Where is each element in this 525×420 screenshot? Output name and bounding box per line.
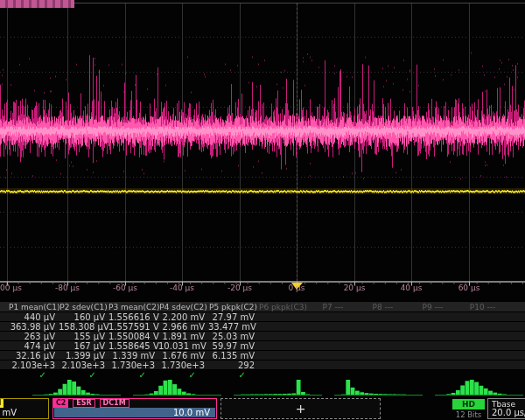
measure-row: 32.16 µV1.399 µV1.339 mV1.676 mV6.135 mV xyxy=(0,350,525,360)
measure-value: 1.558645 V xyxy=(108,341,158,350)
measure-row: 2.103e+32.103e+31.730e+31.730e+3292 xyxy=(0,360,525,369)
measure-value: 363.98 µV xyxy=(9,322,59,331)
status-check-icon: ✓ xyxy=(59,370,108,379)
status-check-icon: ✓ xyxy=(9,370,59,379)
axis-tick-label: -60 µs xyxy=(113,284,137,292)
measure-value: 1.339 mV xyxy=(108,351,158,360)
measure-value xyxy=(258,312,308,321)
c2-channel-badge: C2 xyxy=(53,399,68,408)
measure-value: 2.103e+3 xyxy=(59,360,108,369)
channel-c2-descriptor[interactable]: C2 ESR DC1M 10.0 mV xyxy=(52,398,217,419)
measure-value xyxy=(258,341,308,350)
measure-value xyxy=(358,322,408,331)
measure-value: 1.557591 V xyxy=(108,322,158,331)
measure-value xyxy=(258,322,308,331)
measure-row: 440 µV160 µV1.556616 V2.200 mV27.97 mV xyxy=(0,312,525,321)
measure-value: 27.97 mV xyxy=(208,312,258,321)
param-header[interactable]: P5 pkpk(C2) xyxy=(208,302,258,312)
measure-value: 155 µV xyxy=(59,332,108,340)
measure-value xyxy=(308,322,358,331)
measure-value xyxy=(358,332,408,340)
timebase-descriptor[interactable]: Tbase 20.0 µs/div xyxy=(487,398,525,419)
c2-scale-value: 10.0 mV xyxy=(54,408,215,417)
param-header[interactable]: P2 sdev(C1) xyxy=(59,302,108,312)
c1-coupling-badge: DC1M xyxy=(0,399,4,408)
param-header[interactable]: P1 mean(C1) xyxy=(9,302,59,312)
timebase-value: 20.0 µs/div xyxy=(492,408,525,417)
top-left-label xyxy=(0,0,74,8)
axis-tick-label: 0 µs xyxy=(288,284,304,292)
hd-mode-badge[interactable]: HD xyxy=(452,399,485,410)
param-header[interactable]: P7 --- xyxy=(308,302,358,312)
measure-value xyxy=(408,351,458,360)
hd-bits-label: 12 Bits xyxy=(452,410,485,419)
measure-value: 25.03 mV xyxy=(208,332,258,340)
measure-value: 2.966 mV xyxy=(158,322,208,331)
measure-value xyxy=(358,312,408,321)
axis-tick-label: -100 µs xyxy=(0,284,22,292)
param-header[interactable]: P8 --- xyxy=(358,302,408,312)
axis-tick-label: -40 µs xyxy=(170,284,194,292)
timebase-axis-labels: -100 µs-80 µs-60 µs-40 µs-20 µs0 µs20 µs… xyxy=(0,284,525,295)
measure-value: 1.730e+3 xyxy=(158,360,208,369)
measure-value: 158.308 µV xyxy=(59,322,108,331)
measure-row: 474 µV167 µV1.558645 V10.031 mV59.97 mV xyxy=(0,340,525,350)
c2-coupling-badge: DC1M xyxy=(100,399,130,408)
measure-value xyxy=(358,341,408,350)
measure-value xyxy=(408,341,458,350)
axis-tick-label: -80 µs xyxy=(55,284,80,292)
measure-value xyxy=(308,332,358,340)
measure-value: 33.477 mV xyxy=(208,322,258,331)
axis-tick-label: 20 µs xyxy=(344,284,366,292)
plus-icon: + xyxy=(296,402,306,416)
axis-tick-label: 60 µs xyxy=(458,284,480,292)
measure-value xyxy=(308,360,358,369)
measure-value xyxy=(408,332,458,340)
measure-value xyxy=(258,360,308,369)
status-check-icon: ✓ xyxy=(158,370,208,379)
status-check-icon: ✓ xyxy=(208,370,258,379)
measure-value: 167 µV xyxy=(59,341,108,350)
param-header[interactable]: P4 sdev(C2) xyxy=(158,302,208,312)
measure-value xyxy=(458,332,508,340)
c2-esr-badge: ESR xyxy=(73,399,94,408)
measure-value: 32.16 µV xyxy=(9,351,59,360)
measure-value xyxy=(458,322,508,331)
axis-tick-label: -20 µs xyxy=(228,284,252,292)
c1-scale-value: 10.0 mV xyxy=(0,408,17,417)
measure-value: 2.103e+3 xyxy=(9,360,59,369)
param-header[interactable]: P6 pkpk(C3) xyxy=(258,302,308,312)
measure-value xyxy=(358,351,408,360)
add-trace-button[interactable]: + xyxy=(220,398,381,419)
measure-value xyxy=(258,332,308,340)
param-header[interactable]: P10 --- xyxy=(458,302,508,312)
measurement-table: P1 mean(C1)P2 sdev(C1)P3 mean(C2)P4 sdev… xyxy=(0,301,525,379)
measure-value: 1.891 mV xyxy=(158,332,208,340)
measure-value: 1.556616 V xyxy=(108,312,158,321)
measure-value xyxy=(308,341,358,350)
descriptor-bar: C1DC1M 10.0 mV C2 ESR DC1M 10.0 mV + HD … xyxy=(0,398,525,420)
measure-value xyxy=(408,312,458,321)
measure-row: 263 µV155 µV1.550084 V1.891 mV25.03 mV xyxy=(0,331,525,340)
measure-value xyxy=(358,360,408,369)
measure-value: 10.031 mV xyxy=(158,341,208,350)
axis-tick-label: 40 µs xyxy=(401,284,423,292)
measure-value: 2.200 mV xyxy=(158,312,208,321)
param-header[interactable]: P11 xyxy=(508,302,525,312)
measure-value: 1.730e+3 xyxy=(108,360,158,369)
measure-value: 440 µV xyxy=(9,312,59,321)
measure-value xyxy=(458,341,508,350)
measure-value: 59.97 mV xyxy=(208,341,258,350)
channel-c1-descriptor[interactable]: C1DC1M 10.0 mV xyxy=(0,398,49,419)
oscilloscope-screen: -100 µs-80 µs-60 µs-40 µs-20 µs0 µs20 µs… xyxy=(0,0,525,420)
measure-value: 1.399 µV xyxy=(59,351,108,360)
param-header[interactable]: P3 mean(C2) xyxy=(108,302,158,312)
param-header[interactable]: P9 --- xyxy=(408,302,458,312)
measure-row: 363.98 µV158.308 µV1.557591 V2.966 mV33.… xyxy=(0,321,525,331)
status-check-icon: ✓ xyxy=(108,370,158,379)
measure-value xyxy=(458,351,508,360)
measure-value: 160 µV xyxy=(59,312,108,321)
measure-value: 1.676 mV xyxy=(158,351,208,360)
measure-value xyxy=(308,351,358,360)
measure-value xyxy=(458,360,508,369)
